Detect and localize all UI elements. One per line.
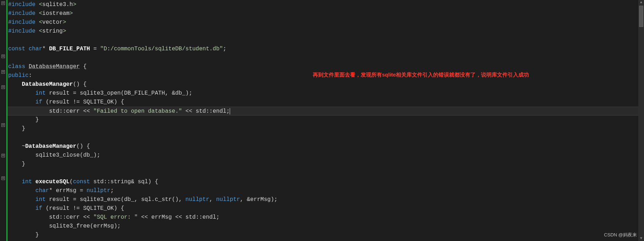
scroll-down-icon[interactable]: ▼ <box>638 236 644 241</box>
code-line[interactable]: #include <string> <box>7 27 644 36</box>
code-line[interactable]: sqlite3_free(errMsg); <box>7 222 644 231</box>
code-line[interactable] <box>7 54 644 62</box>
code-line-active[interactable]: std::cerr << "Failed to open database." … <box>7 107 641 116</box>
code-line[interactable]: ~DatabaseManager() { <box>7 142 644 151</box>
code-line[interactable]: #include <vector> <box>7 18 644 27</box>
code-line[interactable]: std::cerr << "SQL error: " << errMsg << … <box>7 213 644 222</box>
code-line[interactable]: DatabaseManager() { <box>7 80 644 89</box>
text-caret <box>230 108 230 114</box>
fold-toggle-icon[interactable]: ⊟ <box>1 123 5 127</box>
code-line[interactable]: } <box>7 160 644 169</box>
annotation-text: 再到文件里面去看，发现所有sqlite相关库文件引入的错误就都没有了，说明库文件… <box>313 72 529 78</box>
code-line[interactable]: int result = sqlite3_exec(db_, sql.c_str… <box>7 195 644 204</box>
code-line[interactable]: if (result != SQLITE_OK) { <box>7 204 644 213</box>
code-area[interactable]: #include <sqlite3.h> #include <iostream>… <box>6 0 644 241</box>
code-line[interactable]: } <box>7 231 644 240</box>
code-line[interactable] <box>7 133 644 142</box>
code-line[interactable]: sqlite3_close(db_); <box>7 151 644 160</box>
code-line[interactable]: class DatabaseManager { <box>7 62 644 71</box>
vertical-scrollbar[interactable]: ▲ ▼ <box>638 0 644 241</box>
code-line[interactable]: } <box>7 116 644 124</box>
code-line[interactable]: const char* DB_FILE_PATH = "D:/commonToo… <box>7 45 644 54</box>
code-line[interactable] <box>7 36 644 45</box>
code-line[interactable]: #include <iostream> <box>7 9 644 18</box>
fold-toggle-icon[interactable]: ⊟ <box>1 154 5 157</box>
code-line[interactable]: #include <sqlite3.h> <box>7 0 644 9</box>
code-line[interactable]: int executeSQL(const std::string& sql) { <box>7 178 644 186</box>
watermark-text: CSDN @妈夜来 <box>604 232 637 238</box>
fold-toggle-icon[interactable]: ⊟ <box>1 55 5 58</box>
code-line[interactable] <box>7 169 644 178</box>
code-line[interactable]: } <box>7 124 644 133</box>
fold-toggle-icon[interactable]: ⊟ <box>1 70 5 74</box>
fold-toggle-icon[interactable]: ⊟ <box>1 176 5 180</box>
code-line[interactable]: char* errMsg = nullptr; <box>7 186 644 195</box>
scroll-up-icon[interactable]: ▲ <box>638 0 644 5</box>
fold-toggle-icon[interactable]: ⊟ <box>1 1 5 5</box>
scrollbar-thumb[interactable] <box>639 6 643 27</box>
fold-toggle-icon[interactable]: ⊟ <box>1 85 5 89</box>
code-line[interactable]: if (result != SQLITE_OK) { <box>7 98 644 107</box>
fold-gutter[interactable]: ⊟ ⊟ ⊟ ⊟ ⊟ ⊟ ⊟ <box>0 0 6 241</box>
code-line[interactable]: int result = sqlite3_open(DB_FILE_PATH, … <box>7 89 644 98</box>
code-editor[interactable]: ⊟ ⊟ ⊟ ⊟ ⊟ ⊟ ⊟ #include <sqlite3.h> #incl… <box>0 0 644 241</box>
